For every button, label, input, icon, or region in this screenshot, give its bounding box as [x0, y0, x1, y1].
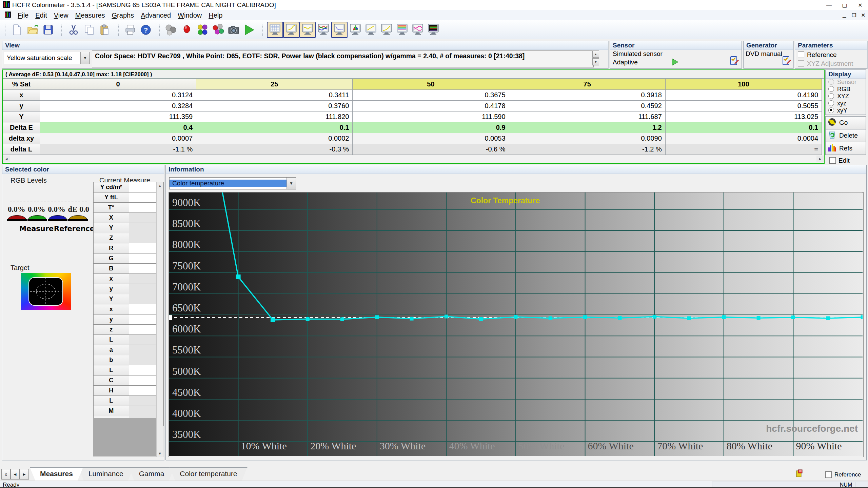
tab-luminance[interactable]: Luminance: [78, 467, 134, 481]
graph-type-select[interactable]: Color temperature ▼: [169, 177, 296, 189]
view-gamma-icon[interactable]: [299, 22, 316, 38]
grid-cell[interactable]: 0.3918: [509, 90, 665, 101]
view-luminance-icon[interactable]: [283, 22, 299, 38]
cut-icon[interactable]: [66, 22, 81, 38]
grid-col-header-75[interactable]: 75: [509, 79, 665, 90]
menu-view[interactable]: View: [51, 11, 72, 20]
grid-cell[interactable]: 0.0090: [509, 133, 665, 144]
generator-config-icon[interactable]: [782, 56, 792, 67]
tab-next-icon[interactable]: ►: [20, 469, 29, 480]
grid-cell[interactable]: -0.6 %: [353, 144, 509, 155]
copy-icon[interactable]: [81, 22, 97, 38]
spinner-up-icon[interactable]: ▲: [592, 50, 599, 58]
sensor-calibrate-icon[interactable]: [163, 22, 179, 38]
sensor-play-icon[interactable]: [671, 58, 679, 68]
minimize-button[interactable]: —: [821, 0, 837, 10]
menu-help[interactable]: Help: [205, 11, 226, 20]
help-icon[interactable]: ?: [138, 22, 154, 38]
grid-col-header-100[interactable]: 100: [665, 79, 822, 90]
grid-hscrollbar[interactable]: ◄ ►: [3, 155, 824, 163]
tab-color-temperature[interactable]: Color temperature: [170, 467, 247, 481]
grid-cell[interactable]: -1.1 %: [40, 144, 196, 155]
scroll-left-icon[interactable]: ◄: [3, 156, 10, 162]
open-folder-icon[interactable]: [25, 22, 40, 38]
scroll-down-icon[interactable]: ▼: [157, 450, 163, 457]
grid-cell[interactable]: 0.1: [196, 122, 353, 133]
grid-cell[interactable]: 0.0053: [353, 133, 509, 144]
maximize-button[interactable]: ▢: [837, 0, 852, 10]
display-option-xyy[interactable]: xyY: [826, 107, 866, 114]
view-measures-grid-icon[interactable]: [267, 22, 283, 38]
save-icon[interactable]: [40, 22, 56, 38]
menu-graphs[interactable]: Graphs: [108, 11, 138, 20]
reference-checkbox[interactable]: [798, 52, 804, 58]
tab-measures[interactable]: Measures: [30, 467, 83, 481]
menu-measures[interactable]: Measures: [72, 11, 108, 20]
radio-icon[interactable]: [828, 86, 834, 92]
grid-col-header-0[interactable]: 0: [40, 79, 196, 90]
view-response-icon[interactable]: [410, 22, 426, 38]
measure-colors-icon[interactable]: [210, 22, 226, 38]
display-option-xyz[interactable]: XYZ: [826, 93, 866, 100]
grid-cell[interactable]: 0.3124: [40, 90, 196, 101]
grid-cell[interactable]: 0.0007: [40, 133, 196, 144]
go-button[interactable]: Go: [825, 116, 866, 129]
grid-cell[interactable]: -1.2 %: [509, 144, 665, 155]
mdi-close-button[interactable]: ✕: [861, 12, 865, 18]
grid-cell[interactable]: 111.687: [509, 111, 665, 122]
grid-cell[interactable]: 111.820: [196, 111, 353, 122]
grid-cell[interactable]: 0.3284: [40, 101, 196, 111]
run-measures-icon[interactable]: [241, 22, 257, 38]
scroll-up-icon[interactable]: ▲: [157, 182, 163, 189]
view-cie-chart-icon[interactable]: [348, 22, 363, 38]
reference-view-checkbox[interactable]: [825, 471, 832, 478]
grid-cell[interactable]: 0.0004: [665, 133, 822, 144]
view-free-measures-icon[interactable]: [426, 22, 441, 38]
view-rgb-levels-icon[interactable]: [316, 22, 331, 38]
menu-window[interactable]: Window: [174, 11, 205, 20]
delete-button[interactable]: Delete: [825, 129, 866, 142]
edit-checkbox[interactable]: [829, 157, 836, 164]
grid-cell[interactable]: 0.4: [40, 122, 196, 133]
mdi-minimize-button[interactable]: ＿: [842, 12, 847, 19]
chevron-down-icon[interactable]: ▼: [80, 52, 90, 64]
grid-cell[interactable]: 0.3760: [196, 101, 353, 111]
grid-cell[interactable]: =: [665, 144, 822, 155]
measure-red-icon[interactable]: [179, 22, 195, 38]
grid-cell[interactable]: 113.025: [665, 111, 822, 122]
grid-cell[interactable]: 0.3675: [353, 90, 509, 101]
view-luminance-histo-icon[interactable]: [379, 22, 394, 38]
view-saturation-icon[interactable]: [394, 22, 410, 38]
grid-cell[interactable]: 111.359: [40, 111, 196, 122]
scroll-right-icon[interactable]: ►: [816, 156, 824, 162]
close-button[interactable]: ✕: [852, 0, 868, 10]
measure-primaries-icon[interactable]: [195, 22, 210, 38]
grid-cell[interactable]: 111.590: [353, 111, 509, 122]
display-option-xyz[interactable]: xyz: [826, 100, 866, 107]
grid-cell[interactable]: 0.1: [665, 122, 822, 133]
spinner-down-icon[interactable]: ▼: [592, 58, 599, 65]
view-neargray-icon[interactable]: [363, 22, 379, 38]
grid-cell[interactable]: 0.4178: [353, 101, 509, 111]
menu-file[interactable]: File: [14, 11, 32, 20]
grid-cell[interactable]: -0.3 %: [196, 144, 353, 155]
scale-select[interactable]: Yellow saturation scale ▼: [4, 52, 90, 64]
menu-advanced[interactable]: Advanced: [137, 11, 174, 20]
grid-col-header-50[interactable]: 50: [353, 79, 509, 90]
paste-icon[interactable]: [97, 22, 113, 38]
grid-cell[interactable]: 0.3411: [196, 90, 353, 101]
grid-cell[interactable]: 0.5055: [665, 101, 822, 111]
print-icon[interactable]: [122, 22, 138, 38]
grid-cell[interactable]: 0.9: [353, 122, 509, 133]
mdi-restore-button[interactable]: ❐: [852, 12, 856, 18]
measure-table-vscrollbar[interactable]: ▲ ▼: [156, 182, 163, 457]
sensor-config-icon[interactable]: [729, 56, 739, 67]
grid-cell[interactable]: 0.0002: [196, 133, 353, 144]
snapshot-camera-icon[interactable]: [226, 22, 241, 38]
grid-cell[interactable]: 0.4190: [665, 90, 822, 101]
radio-icon[interactable]: [828, 100, 834, 106]
radio-icon[interactable]: [828, 93, 834, 99]
refs-button[interactable]: Refs: [825, 142, 866, 155]
chevron-down-icon[interactable]: ▼: [287, 178, 296, 189]
grid-cell[interactable]: 1.2: [509, 122, 665, 133]
